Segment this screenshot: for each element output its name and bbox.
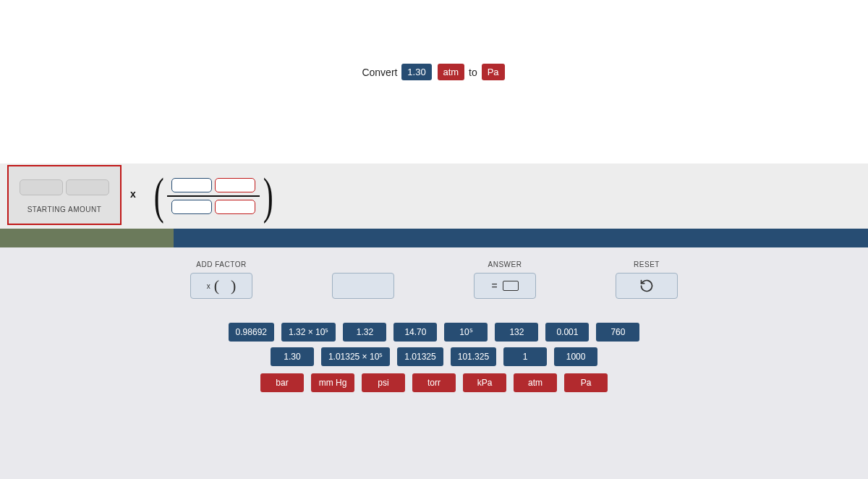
answer-button[interactable]: =: [474, 273, 536, 299]
prompt-prefix: Convert: [362, 67, 397, 78]
value-tiles-row-2: 1.30 1.01325 × 10⁵ 1.01325 101.325 1 100…: [0, 347, 868, 366]
value-tile[interactable]: 101.325: [451, 347, 496, 366]
add-factor-button[interactable]: x ( ): [190, 273, 252, 299]
left-paren-icon: (: [153, 171, 163, 221]
unit-tile[interactable]: kPa: [463, 373, 506, 392]
unit-tile[interactable]: Pa: [564, 373, 608, 392]
factor-template: ( ): [145, 165, 282, 227]
value-tile[interactable]: 1.01325: [397, 347, 443, 366]
answer-label: ANSWER: [488, 260, 522, 268]
band-segment-1: [0, 229, 174, 247]
unit-tile[interactable]: atm: [514, 373, 557, 392]
answer-slot-icon: [503, 281, 519, 291]
reset-label: RESET: [634, 260, 660, 268]
denominator-unit-slot[interactable]: [215, 200, 255, 214]
undo-icon: [639, 279, 654, 293]
numerator-unit-slot[interactable]: [215, 178, 255, 192]
blank-label: [362, 260, 364, 268]
controls-row: ADD FACTOR x ( ) ANSWER = RESET: [0, 260, 868, 299]
value-tile[interactable]: 14.70: [393, 323, 437, 342]
prompt-from-unit-chip: atm: [438, 64, 465, 80]
multiply-symbol: x: [130, 188, 136, 200]
value-tile[interactable]: 760: [596, 323, 639, 342]
value-tile[interactable]: 10⁵: [444, 323, 488, 342]
starting-amount-label: STARTING AMOUNT: [9, 205, 120, 213]
prompt-value-chip: 1.30: [401, 64, 431, 80]
right-paren-icon: ): [263, 171, 273, 221]
value-tile[interactable]: 1.30: [271, 347, 314, 366]
reset-button[interactable]: [616, 273, 678, 299]
value-tile[interactable]: 0.001: [545, 323, 589, 342]
numerator-value-slot[interactable]: [171, 178, 212, 192]
add-factor-label: ADD FACTOR: [196, 260, 246, 268]
equals-icon: =: [491, 280, 497, 292]
unit-tile[interactable]: bar: [260, 373, 304, 392]
prompt-to-unit-chip: Pa: [482, 64, 505, 80]
value-tile[interactable]: 1.01325 × 10⁵: [321, 347, 390, 366]
denominator-value-slot[interactable]: [171, 200, 212, 214]
value-tile[interactable]: 1.32: [343, 323, 386, 342]
value-tile[interactable]: 1: [503, 347, 547, 366]
prompt-middle: to: [469, 67, 477, 78]
fraction-bar: [167, 195, 260, 197]
mini-left-paren-icon: (: [214, 276, 219, 295]
prompt-line: Convert 1.30 atm to Pa: [0, 64, 868, 80]
starting-value-slot[interactable]: [20, 179, 63, 195]
value-tiles-row-1: 0.98692 1.32 × 10⁵ 1.32 14.70 10⁵ 132 0.…: [0, 323, 868, 342]
unit-tiles-row: bar mm Hg psi torr kPa atm Pa: [0, 373, 868, 392]
progress-band: [0, 229, 868, 247]
value-tile[interactable]: 1.32 × 10⁵: [281, 323, 336, 342]
starting-amount-box[interactable]: STARTING AMOUNT: [7, 165, 122, 225]
unit-tile[interactable]: torr: [412, 373, 456, 392]
blank-button[interactable]: [332, 273, 394, 299]
value-tile[interactable]: 0.98692: [229, 323, 274, 342]
fraction: [167, 178, 260, 214]
unit-tile[interactable]: psi: [362, 373, 405, 392]
unit-tile[interactable]: mm Hg: [311, 373, 354, 392]
mini-right-paren-icon: ): [231, 276, 236, 295]
value-tile[interactable]: 1000: [554, 347, 597, 366]
mini-multiply-icon: x: [207, 282, 210, 290]
starting-unit-slot[interactable]: [66, 179, 109, 195]
band-segment-2: [174, 229, 868, 247]
value-tile[interactable]: 132: [495, 323, 538, 342]
